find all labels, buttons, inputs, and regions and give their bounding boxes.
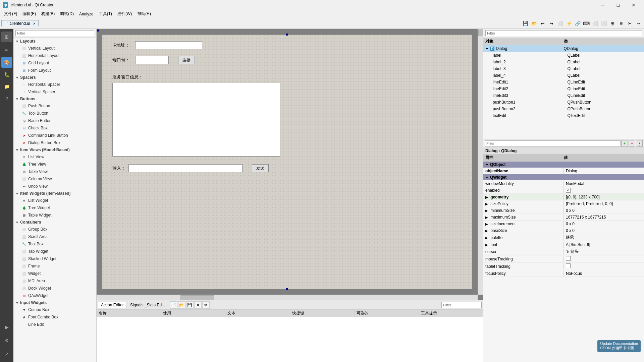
pal-expand[interactable]: ▶ bbox=[485, 236, 488, 240]
menu-debug[interactable]: 调试(D) bbox=[57, 10, 76, 18]
menu-controls[interactable]: 控件(W) bbox=[115, 10, 135, 18]
section-qwidget[interactable]: ▼ QWidget bbox=[483, 174, 644, 180]
widget-push-button[interactable]: ⬜ Push Button bbox=[13, 102, 96, 110]
widget-table-widget[interactable]: ⊞ Table Widget bbox=[13, 212, 96, 219]
widget-tool-button[interactable]: 🔧 Tool Button bbox=[13, 110, 96, 117]
close-button[interactable]: ✕ bbox=[626, 0, 641, 10]
tablettracking-checkbox[interactable] bbox=[566, 263, 571, 268]
toolbar-layout-form[interactable]: ≡ bbox=[617, 19, 625, 27]
widget-tab-widget[interactable]: ⬜ Tab Widget bbox=[13, 248, 96, 255]
widget-check-box[interactable]: ☑ Check Box bbox=[13, 124, 96, 132]
nav-run[interactable]: ▶ bbox=[1, 322, 12, 333]
hscroll-thumb[interactable] bbox=[180, 295, 214, 300]
nav-debug[interactable]: 🐛 bbox=[1, 69, 12, 80]
message-input[interactable] bbox=[128, 164, 243, 172]
toolbar-signal-slot[interactable]: ⚡ bbox=[565, 19, 573, 27]
toolbar-buddy[interactable]: 🔗 bbox=[574, 19, 582, 27]
widget-horizontal-layout[interactable]: ⬜ Horizontal Layout bbox=[13, 52, 96, 59]
toolbar-layout-h[interactable]: ⬜ bbox=[591, 19, 599, 27]
canvas-vscroll[interactable] bbox=[478, 29, 483, 295]
widget-undo-view[interactable]: ↩ Undo View bbox=[13, 183, 96, 190]
section-containers[interactable]: ▼ Containers bbox=[13, 219, 96, 226]
widget-horizontal-spacer[interactable]: ↔ Horizontal Spacer bbox=[13, 81, 96, 88]
widget-widget[interactable]: ⬜ Widget bbox=[13, 270, 96, 277]
si-expand[interactable]: ▶ bbox=[485, 222, 488, 226]
widget-combo-box[interactable]: ▼ Combo Box bbox=[13, 306, 96, 313]
widget-qaxwidget[interactable]: ⊞ QAxWidget bbox=[13, 292, 96, 299]
obj-lineedit2[interactable]: lineEdit2 QLineEdit bbox=[483, 85, 644, 92]
section-item-widgets[interactable]: ▼ Item Widgets (Item-Based) bbox=[13, 190, 96, 197]
section-buttons[interactable]: ▼ Buttons bbox=[13, 96, 96, 102]
section-qobject[interactable]: ▼ QObject bbox=[483, 162, 644, 168]
widget-stacked-widget[interactable]: ⬜ Stacked Widget bbox=[13, 255, 96, 262]
ae-close-btn[interactable]: ✕ bbox=[194, 301, 202, 309]
ae-save-btn[interactable]: 💾 bbox=[186, 301, 194, 309]
widget-list-widget[interactable]: ≡ List Widget bbox=[13, 197, 96, 204]
ip-input[interactable] bbox=[135, 41, 202, 49]
nav-edit[interactable]: ✏ bbox=[1, 45, 12, 56]
menu-build[interactable]: 构建(B) bbox=[39, 10, 57, 18]
toolbar-break-layout[interactable]: ✂ bbox=[626, 19, 634, 27]
widget-filter-input[interactable] bbox=[15, 30, 94, 36]
section-layouts[interactable]: ▼ Layouts bbox=[13, 38, 96, 45]
tab-signals-slots[interactable]: Signals _Slots Edi… bbox=[127, 302, 169, 308]
nav-extra[interactable]: ↗ bbox=[1, 349, 12, 359]
minimize-button[interactable]: ─ bbox=[595, 0, 610, 10]
obj-label4[interactable]: label_4 QLabel bbox=[483, 72, 644, 79]
canvas-tab[interactable]: 📄 clientend.ui ✕ bbox=[1, 20, 39, 26]
menu-analyze[interactable]: Analyze bbox=[76, 10, 96, 18]
widget-group-box[interactable]: ⬜ Group Box bbox=[13, 226, 96, 233]
widget-list-view[interactable]: ≡ List View bbox=[13, 153, 96, 161]
port-input[interactable] bbox=[135, 56, 169, 64]
widget-mdi-area[interactable]: ⬜ MDI Area bbox=[13, 277, 96, 285]
toolbar-open[interactable]: 📂 bbox=[530, 19, 538, 27]
toolbar-layout-grid[interactable]: ⊞ bbox=[608, 19, 616, 27]
props-add-btn[interactable]: + bbox=[621, 140, 628, 147]
widget-font-combo-box[interactable]: A Font Combo Box bbox=[13, 313, 96, 321]
widget-table-view[interactable]: ⊞ Table View bbox=[13, 168, 96, 175]
widget-tree-widget[interactable]: 🌲 Tree Widget bbox=[13, 204, 96, 212]
widget-grid-layout[interactable]: ⊞ Grid Layout bbox=[13, 59, 96, 67]
menu-file[interactable]: 文件(F) bbox=[1, 10, 20, 18]
bs-expand[interactable]: ▶ bbox=[485, 229, 488, 233]
nav-help[interactable]: ? bbox=[1, 93, 12, 104]
section-input-widgets[interactable]: ▼ Input Widgets bbox=[13, 299, 96, 306]
toolbar-save[interactable]: 💾 bbox=[521, 19, 529, 27]
section-spacers[interactable]: ▼ Spacers bbox=[13, 74, 96, 81]
geometry-expand[interactable]: ▶ bbox=[485, 195, 488, 199]
widget-tree-view[interactable]: 🌲 Tree View bbox=[13, 161, 96, 168]
widget-scroll-area[interactable]: ⬜ Scroll Area bbox=[13, 233, 96, 240]
toolbar-tab-order[interactable]: ⌨ bbox=[582, 19, 590, 27]
menu-tools[interactable]: 工具(T) bbox=[96, 10, 115, 18]
canvas-tab-close[interactable]: ✕ bbox=[33, 22, 36, 25]
service-info-textarea[interactable] bbox=[112, 83, 280, 157]
toolbar-layout-v[interactable]: ⬜ bbox=[600, 19, 608, 27]
obj-label3[interactable]: label_3 QLabel bbox=[483, 65, 644, 72]
widget-form-layout[interactable]: ⊞ Form Layout bbox=[13, 67, 96, 74]
obj-lineedit3[interactable]: lineEdit3 QLineEdit bbox=[483, 92, 644, 99]
obj-pushbutton2[interactable]: pushButton2 QPushButton bbox=[483, 106, 644, 112]
widget-line-edit[interactable]: — Line Edit bbox=[13, 321, 96, 328]
widget-tool-box[interactable]: 🔧 Tool Box bbox=[13, 240, 96, 248]
toolbar-redo[interactable]: ↪ bbox=[547, 19, 555, 27]
props-remove-btn[interactable]: − bbox=[629, 140, 635, 147]
toolbar-widget-mode[interactable]: ⬜ bbox=[556, 19, 564, 27]
connect-button[interactable]: 连接 bbox=[178, 56, 195, 64]
obj-lineedit1[interactable]: lineEdit1 QLineEdit bbox=[483, 79, 644, 85]
obj-dialog[interactable]: ▼ D Dialog QDialog bbox=[483, 45, 644, 52]
obj-pushbutton1[interactable]: pushButton1 QPushButton bbox=[483, 99, 644, 106]
enabled-checkbox[interactable]: ✓ bbox=[566, 188, 571, 193]
ae-edit-btn[interactable]: ✏ bbox=[202, 301, 210, 309]
nav-welcome[interactable]: ⊞ bbox=[1, 32, 12, 42]
mousetracking-checkbox[interactable] bbox=[566, 256, 571, 261]
widget-radio-button[interactable]: ◎ Radio Button bbox=[13, 117, 96, 124]
ae-new-btn[interactable]: 📄 bbox=[170, 301, 177, 309]
widget-dock-widget[interactable]: ⬜ Dock Widget bbox=[13, 285, 96, 292]
toolbar-adjust-size[interactable]: ↔ bbox=[635, 19, 643, 27]
ae-filter-input[interactable] bbox=[441, 302, 482, 308]
props-filter-input[interactable] bbox=[485, 140, 621, 146]
toolbar-undo[interactable]: ↩ bbox=[539, 19, 547, 27]
widget-vertical-layout[interactable]: ⬜ Vertical Layout bbox=[13, 45, 96, 52]
nav-build-debug[interactable]: ⚙ bbox=[1, 335, 12, 346]
widget-frame[interactable]: ⬜ Frame bbox=[13, 262, 96, 270]
